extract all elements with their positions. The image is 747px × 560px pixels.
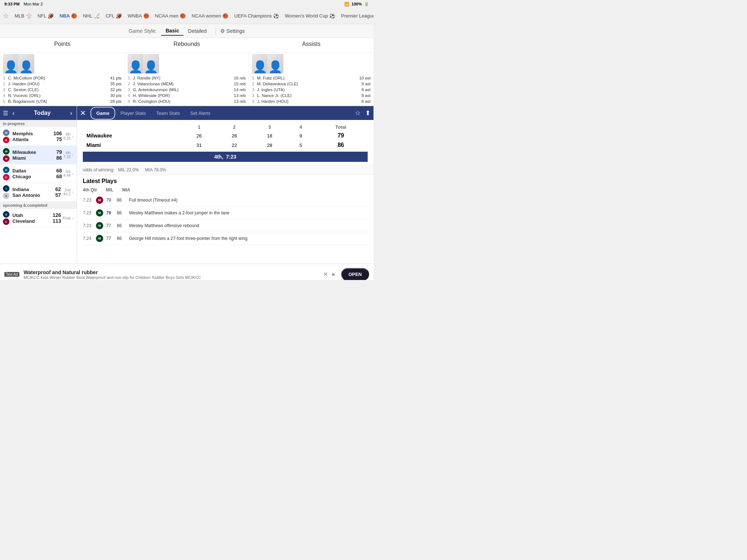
stats-content: 👤 👤 1C. McCollum (POR)41 pts 2J. Harden …: [0, 52, 374, 106]
milwaukee-score-row: Milwaukee 26 26 18 9 79: [84, 131, 367, 140]
mil-mia-quarter: 4th: [63, 151, 70, 155]
cleveland-score: 113: [53, 218, 61, 224]
ad-close2-button[interactable]: ▶: [332, 272, 335, 277]
points-leader-highlight: 👤 👤: [3, 54, 121, 74]
indiana-row: Indiana 62: [12, 186, 61, 192]
mia-q1: 31: [182, 141, 216, 149]
rebounds-column: 👤 👤 1J. Randle (NY)16 reb 2J. Valanciuna…: [124, 52, 249, 106]
left-panel: ☰ ‹ Today › in progress M A Memphis 106: [0, 106, 77, 264]
play2-mil-score: 79: [106, 210, 111, 215]
game-uta-cle[interactable]: U C Utah 126 Cleveland 113 Final ›: [0, 209, 77, 228]
mia-total: 86: [315, 141, 367, 149]
nhl-icon: 🏒: [94, 13, 100, 19]
status-bar: 9:33 PM Mon Mar 2 📶 100% 🔋: [0, 0, 374, 8]
q1-header: 1: [182, 124, 216, 131]
dal-chi-arrow: ›: [72, 171, 74, 176]
hamburger-icon[interactable]: ☰: [3, 110, 8, 117]
utah-logo: U: [3, 211, 9, 218]
reb-row-1: 1J. Randle (NY)16 reb: [128, 75, 245, 81]
dal-chi-logos: D C: [3, 167, 10, 180]
dallas-score: 68: [56, 168, 62, 174]
miami-name: Miami: [12, 155, 26, 161]
game-status-display: 4th, 7:23: [83, 152, 368, 162]
tab-player-stats[interactable]: Player Stats: [115, 108, 151, 119]
mia-q4: 5: [288, 141, 314, 149]
style-detailed-button[interactable]: Detailed: [183, 27, 211, 35]
uefa-label: UEFA Champions: [234, 13, 272, 19]
nav-nba[interactable]: NBA🏀: [57, 12, 80, 20]
prev-day-arrow[interactable]: ‹: [11, 109, 16, 117]
odds-separator: [140, 167, 144, 172]
atlanta-logo: A: [3, 137, 9, 143]
sanantonio-logo: S: [3, 192, 9, 199]
nav-uefa[interactable]: UEFA Champions⚽: [231, 12, 282, 20]
nav-ncaaw[interactable]: NCAA women🏀: [189, 12, 231, 20]
style-basic-button[interactable]: Basic: [161, 26, 183, 36]
ad-title: Waterproof and Natural rubber: [24, 269, 319, 275]
settings-button[interactable]: ⚙ Settings: [220, 28, 245, 34]
main-area: ☰ ‹ Today › in progress M A Memphis 106: [0, 106, 374, 264]
sanantonio-name: San Antonio: [12, 192, 40, 198]
premier-label: Premier League: [341, 13, 374, 19]
game-mil-mia[interactable]: M M Milwaukee 79 Miami 86 4th 7:23: [0, 146, 77, 164]
nav-premier[interactable]: Premier League⚽: [338, 12, 374, 20]
tab-game[interactable]: Game: [90, 107, 115, 120]
miami-score-row: Miami 31 22 28 5 86: [84, 141, 367, 149]
share-icon[interactable]: ⬆: [365, 109, 371, 117]
ad-banner: Test Ad Waterproof and Natural rubber MC…: [0, 264, 374, 280]
reb-row-4: 4H. Whiteside (POR)13 reb: [128, 93, 245, 98]
latest-plays: Latest Plays 4th Qtr MIL MIA 7:23 M 79 8…: [77, 175, 374, 264]
top-nav: ☆ MLB⚾ NFL🏈 NBA🏀 NHL🏒 CFL🏈 WNBA🏀 NCAA me…: [0, 8, 374, 24]
dal-chi-quarter: 3rd: [63, 170, 70, 174]
points-row-5: 5B. Bogdanovic (UTA)28 pts: [3, 98, 121, 104]
nav-nfl[interactable]: NFL🏈: [35, 12, 57, 20]
next-day-arrow[interactable]: ›: [69, 109, 74, 117]
qtr-label-row: 4th Qtr MIL MIA: [83, 186, 368, 194]
odds-row: odds of winning: MIL 22.0% MIA 78.0%: [77, 165, 374, 175]
play3-text: Wesley Matthews offensive rebound: [129, 223, 368, 228]
status-time-date: 9:33 PM Mon Mar 2: [4, 2, 43, 6]
stats-header: Points Rebounds Assists: [0, 38, 374, 52]
ncaaw-label: NCAA women: [191, 13, 221, 19]
play4-mil-score: 77: [106, 236, 111, 241]
status-date: Mon Mar 2: [24, 2, 43, 6]
favorites-star-icon[interactable]: ☆: [3, 12, 9, 20]
chicago-score: 68: [56, 174, 62, 179]
game-ind-sas[interactable]: I S Indiana 62 San Antonio 57 2nd :44.3: [0, 183, 77, 202]
play4-mia-score: 86: [117, 236, 121, 241]
wnba-icon: 🏀: [143, 13, 149, 19]
points-row-2: 2J. Harden (HOU)35 pts: [3, 81, 121, 87]
star-icon[interactable]: ☆: [355, 109, 361, 117]
tab-set-alerts[interactable]: Set Alerts: [185, 108, 216, 119]
ast-row-3: 3J. Ingles (UTA)8 ast: [252, 87, 371, 93]
play-row-3: 7:23 M 77 86 Wesley Matthews offensive r…: [83, 219, 368, 232]
ad-open-button[interactable]: OPEN: [341, 268, 369, 280]
game-dal-chi[interactable]: D C Dallas 68 Chicago 68 3rd 4:44: [0, 164, 77, 183]
memphis-logo: M: [3, 129, 9, 136]
utah-score: 126: [53, 212, 61, 218]
ad-close-button[interactable]: ✕: [323, 271, 328, 278]
sanantonio-score: 57: [55, 192, 61, 198]
nav-wnba[interactable]: WNBA🏀: [125, 12, 152, 20]
points-column: 👤 👤 1C. McCollum (POR)41 pts 2J. Harden …: [0, 52, 124, 106]
points-leader-avatar: 👤: [3, 54, 19, 74]
nav-wwc[interactable]: Women's World Cup⚽: [282, 12, 338, 20]
nav-nhl[interactable]: NHL🏒: [80, 12, 102, 20]
cleveland-row: Cleveland 113: [12, 218, 61, 224]
tab-team-stats[interactable]: Team Stats: [151, 108, 185, 119]
close-button[interactable]: ✕: [80, 109, 86, 117]
play2-time: 7:23: [83, 210, 93, 215]
nav-cfl[interactable]: CFL🏈: [102, 12, 125, 20]
rebounds-header: Rebounds: [124, 41, 249, 49]
milwaukee-score: 79: [56, 149, 62, 155]
odds-label: odds of winning:: [83, 167, 117, 172]
ind-sas-quarter: 2nd: [62, 188, 70, 192]
ncaam-icon: 🏀: [180, 13, 186, 19]
game-mem-atl[interactable]: M A Memphis 106 Atlanta 75 4th 6:25: [0, 127, 77, 146]
nav-mlb[interactable]: MLB⚾: [12, 12, 35, 20]
dallas-row: Dallas 68: [12, 168, 62, 174]
nav-ncaam[interactable]: NCAA men🏀: [152, 12, 189, 20]
play1-time: 7:23: [83, 198, 93, 203]
qtr-label: 4th Qtr: [83, 187, 97, 192]
assists-header: Assists: [249, 41, 374, 49]
